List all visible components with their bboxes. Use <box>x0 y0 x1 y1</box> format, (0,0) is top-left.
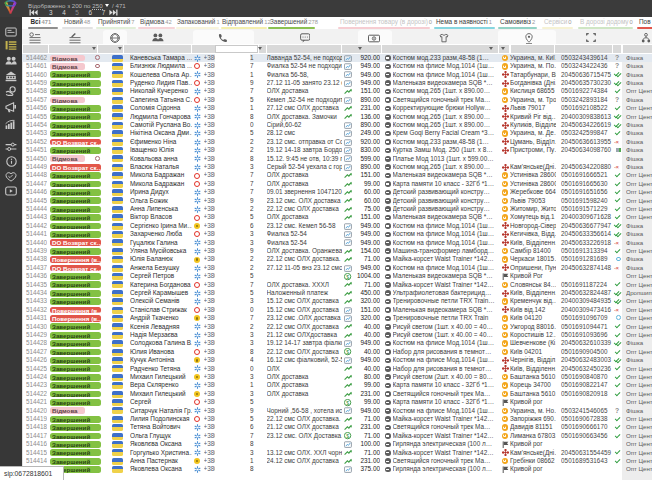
svg-text:$: $ <box>346 349 349 355</box>
svg-text:$: $ <box>346 399 349 405</box>
svg-text:$: $ <box>346 273 349 279</box>
svg-text:$: $ <box>346 433 349 439</box>
